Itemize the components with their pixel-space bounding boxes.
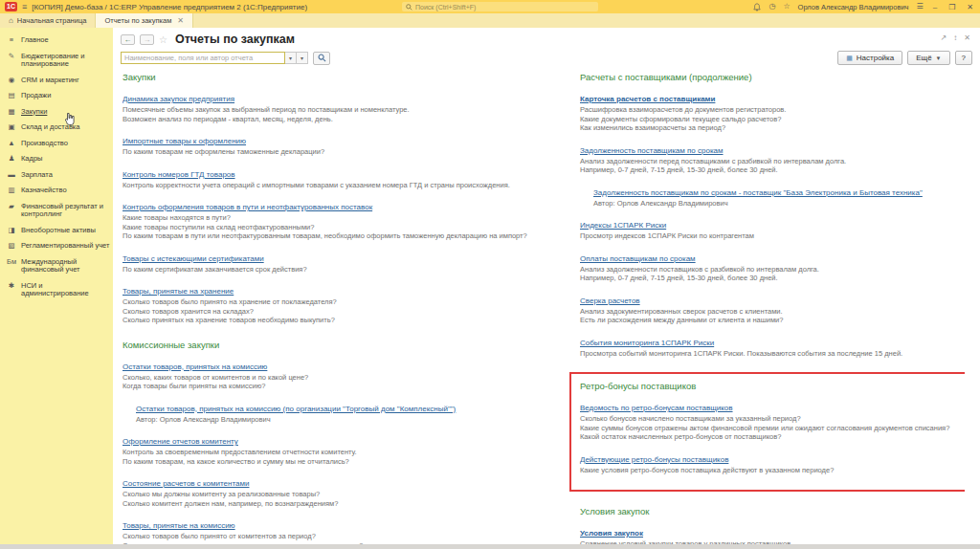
report-description-line: Есть ли расхождения между данными от кли… bbox=[580, 316, 965, 325]
report-link[interactable]: Контроль номеров ГТД товаров bbox=[122, 170, 235, 179]
report-link[interactable]: Динамика закупок предприятия bbox=[122, 95, 234, 103]
report-item: Остатки товаров, принятых на комиссию (п… bbox=[136, 398, 555, 425]
navigation-row: ← → ☆ Отчеты по закупкам bbox=[113, 28, 980, 48]
form-close-icon[interactable]: ✕ bbox=[964, 33, 970, 42]
open-link-icon[interactable]: ↗ bbox=[941, 33, 947, 42]
settings-button-label: Настройка bbox=[857, 54, 894, 62]
bottom-edge-strip bbox=[0, 544, 980, 549]
collapse-icon[interactable]: ↕ bbox=[953, 33, 957, 42]
sidebar-item-fin-result[interactable]: ▰Финансовый результат и контроллинг bbox=[0, 199, 113, 223]
report-link[interactable]: Состояние расчетов с комитентами bbox=[122, 479, 249, 488]
report-description-line: Какие товары находятся в пути? bbox=[122, 213, 555, 223]
report-description-line: Расшифровка взаиморасчетов до документов… bbox=[580, 105, 965, 115]
service-menu-icon[interactable]: ☰ bbox=[917, 2, 924, 11]
report-link[interactable]: Товары с истекающими сертификатами bbox=[122, 254, 264, 263]
sidebar-item-purchases[interactable]: ▦Закупки bbox=[0, 104, 113, 121]
report-description-line: Помесячные объемы закупок за выбранный п… bbox=[122, 105, 555, 115]
crm-icon: ◉ bbox=[7, 77, 16, 85]
more-button[interactable]: Ещё ▼ bbox=[907, 51, 949, 65]
report-link[interactable]: Индексы 1СПАРК Риски bbox=[580, 221, 666, 230]
report-link[interactable]: Задолженность поставщикам по срокам bbox=[580, 146, 724, 155]
search-icon bbox=[406, 4, 412, 11]
favorite-star-icon[interactable]: ☆ bbox=[159, 34, 167, 45]
tab-current-label: Отчеты по закупкам bbox=[104, 16, 171, 25]
report-link[interactable]: Условия закупок bbox=[580, 529, 643, 538]
sidebar-item-regulated[interactable]: ▧Регламентированный учет bbox=[0, 238, 113, 254]
minimize-button[interactable]: – bbox=[931, 3, 939, 11]
report-link[interactable]: Контроль оформления товаров в пути и нео… bbox=[122, 203, 372, 211]
sidebar-item-budgeting[interactable]: ✎Бюджетирование и планирование bbox=[0, 49, 113, 73]
help-button[interactable]: ? bbox=[955, 51, 972, 65]
main-menu-icon[interactable]: ≡ bbox=[22, 2, 27, 11]
global-search-placeholder: Поиск (Ctrl+Shift+F) bbox=[415, 4, 476, 11]
maximize-button[interactable]: ❒ bbox=[947, 3, 957, 11]
purchases-icon: ▦ bbox=[7, 108, 16, 117]
back-button[interactable]: ← bbox=[121, 34, 135, 45]
report-description-line: Когда товары были приняты на комиссию? bbox=[122, 382, 555, 391]
sidebar-item-production[interactable]: ▲Производство bbox=[0, 136, 113, 152]
nsi-admin-icon: ✱ bbox=[7, 282, 16, 291]
user-menu[interactable]: Орлов Александр Владимирович bbox=[798, 3, 909, 11]
favorites-star-icon[interactable]: ☆ bbox=[783, 2, 790, 11]
main-icon: ≡ bbox=[7, 36, 16, 45]
close-button[interactable]: ✕ bbox=[965, 3, 975, 11]
report-description-line: Какие товары поступили на склад неотфакт… bbox=[122, 223, 555, 232]
hr-icon: ♟ bbox=[7, 155, 16, 164]
report-link[interactable]: Оплаты поставщикам по срокам bbox=[580, 254, 696, 263]
sidebar-item-warehouse[interactable]: ▣Склад и доставка bbox=[0, 120, 113, 136]
report-description-line: Сколько товаров хранится на складах? bbox=[122, 307, 555, 317]
report-link[interactable]: Товары, принятые на хранение bbox=[122, 287, 234, 296]
report-item: Оформление отчетов комитентуКонтроль за … bbox=[122, 430, 555, 466]
sidebar-item-label: Финансовый результат и контроллинг bbox=[21, 203, 110, 219]
tab-home[interactable]: ⌂ Начальная страница bbox=[0, 13, 95, 28]
settings-button[interactable]: ▦ Настройка bbox=[837, 51, 902, 65]
report-link[interactable]: Ведомость по ретро-бонусам поставщиков bbox=[580, 404, 733, 412]
report-link[interactable]: Оформление отчетов комитенту bbox=[122, 437, 238, 446]
sidebar-item-hr[interactable]: ♟Кадры bbox=[0, 151, 113, 167]
tab-close-icon[interactable]: ✕ bbox=[177, 16, 184, 25]
sidebar-item-crm[interactable]: ◉CRM и маркетинг bbox=[0, 73, 113, 89]
report-link[interactable]: Импортные товары к оформлению bbox=[122, 137, 246, 145]
sidebar-item-sales[interactable]: ▤Продажи bbox=[0, 88, 113, 104]
sidebar-item-treasury[interactable]: ▥Казначейство bbox=[0, 183, 113, 199]
sidebar-item-ifrs[interactable]: БмМеждународный финансовый учет bbox=[0, 254, 113, 278]
history-icon[interactable]: ◷ bbox=[768, 2, 775, 11]
sidebar-item-label: Склад и доставка bbox=[21, 123, 79, 132]
search-button[interactable] bbox=[313, 52, 330, 65]
forward-button[interactable]: → bbox=[140, 34, 154, 45]
report-description-line: Сколько бонусов начислено поставщиками з… bbox=[580, 414, 958, 424]
report-item: Товары, принятые на комиссиюСколько това… bbox=[122, 515, 555, 544]
report-item: Действующие ретро-бонусы поставщиковКаки… bbox=[580, 449, 958, 475]
tab-bar: ⌂ Начальная страница Отчеты по закупкам … bbox=[0, 13, 980, 28]
report-description-line: Автор: Орлов Александр Владимирович bbox=[593, 199, 965, 209]
report-link[interactable]: Действующие ретро-бонусы поставщиков bbox=[580, 455, 728, 464]
report-link[interactable]: Остатки товаров, принятых на комиссию (п… bbox=[136, 405, 456, 413]
report-link[interactable]: События мониторинга 1СПАРК Риски bbox=[580, 339, 714, 347]
report-link[interactable]: Задолженность поставщикам по срокам - по… bbox=[593, 188, 923, 197]
report-item: Товары с истекающими сертификатамиПо как… bbox=[122, 248, 555, 274]
report-section: Комиссионные закупкиОстатки товаров, при… bbox=[122, 340, 555, 545]
report-link[interactable]: Сверка расчетов bbox=[580, 296, 640, 305]
search-history-icon[interactable]: ▾ bbox=[297, 52, 308, 64]
sidebar-item-payroll[interactable]: ▬Зарплата bbox=[0, 167, 113, 184]
global-search-input[interactable]: Поиск (Ctrl+Shift+F) bbox=[402, 2, 598, 11]
report-description-line: Просмотр индексов 1СПАРК Риски по контра… bbox=[580, 231, 965, 241]
sidebar-item-main[interactable]: ≡Главное bbox=[0, 33, 113, 49]
highlighted-report-section: Ретро-бонусы поставщиковВедомость по рет… bbox=[569, 372, 965, 492]
report-description-line: По каким сертификатам заканчивается срок… bbox=[122, 265, 555, 274]
report-description-line: Анализ задокументированных сверок расчет… bbox=[580, 307, 965, 317]
report-item: Импортные товары к оформлениюПо каким то… bbox=[122, 130, 555, 157]
sidebar-item-label: Внеоборотные активы bbox=[21, 227, 96, 235]
report-link[interactable]: Товары, принятые на комиссию bbox=[122, 521, 235, 530]
report-search-input[interactable] bbox=[121, 52, 285, 64]
sidebar-item-assets[interactable]: ◨Внеоборотные активы bbox=[0, 223, 113, 239]
tab-purchase-reports[interactable]: Отчеты по закупкам ✕ bbox=[95, 13, 193, 28]
report-link[interactable]: Остатки товаров, принятых на комиссию bbox=[122, 362, 267, 371]
section-title: Расчеты с поставщиками (продолжение) bbox=[580, 72, 965, 82]
report-link[interactable]: Карточка расчетов с поставщиками bbox=[580, 95, 715, 103]
sidebar-item-nsi-admin[interactable]: ✱НСИ и администрирование bbox=[0, 278, 113, 302]
report-item: Ведомость по ретро-бонусам поставщиковСк… bbox=[580, 397, 958, 442]
search-dropdown-icon[interactable]: ▾ bbox=[285, 52, 297, 64]
section-title: Ретро-бонусы поставщиков bbox=[580, 381, 958, 391]
notifications-bell-icon[interactable] bbox=[753, 3, 761, 11]
